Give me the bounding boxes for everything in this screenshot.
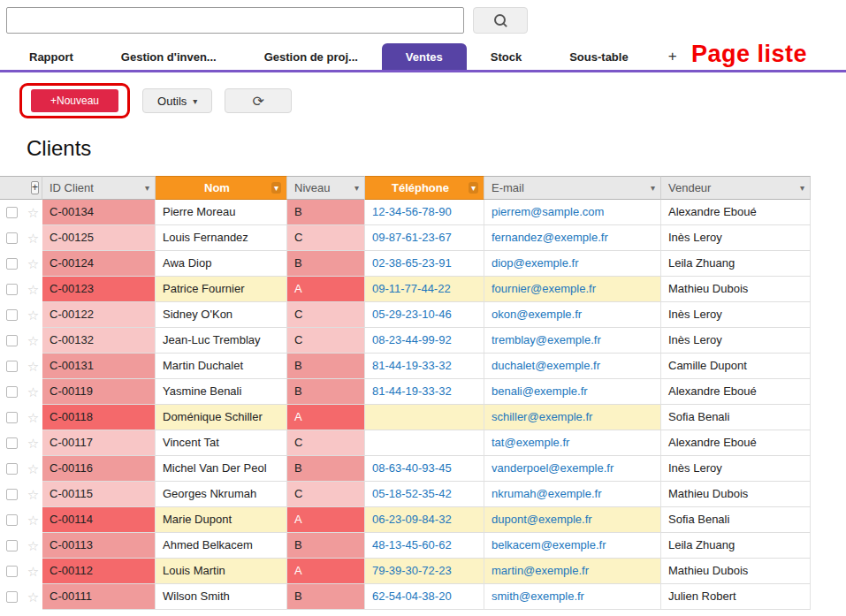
cell-nom[interactable]: Vincent Tat — [156, 430, 287, 456]
email-link[interactable]: belkacem@exemple.fr — [492, 538, 606, 551]
cell-vendeur[interactable]: Sofia Benali — [661, 507, 811, 533]
row-checkbox[interactable] — [6, 591, 18, 603]
cell-email[interactable]: pierrem@sample.com — [484, 200, 661, 225]
cell-email[interactable]: schiller@exemple.fr — [484, 405, 661, 430]
header-nom[interactable]: Nom ▾ — [156, 176, 287, 200]
cell-niveau[interactable]: B — [287, 354, 365, 379]
cell-nom[interactable]: Martin Duchalet — [156, 354, 287, 379]
tab-ventes[interactable]: Ventes — [382, 43, 467, 70]
cell-email[interactable]: tremblay@exemple.fr — [484, 328, 661, 354]
star-icon[interactable]: ☆ — [27, 252, 39, 277]
cell-vendeur[interactable]: Sofia Benali — [661, 405, 811, 430]
email-link[interactable]: duchalet@exemple.fr — [492, 359, 600, 372]
cell-email[interactable]: diop@exemple.fr — [484, 251, 661, 277]
tools-button[interactable]: Outils ▾ — [142, 88, 212, 113]
cell-telephone[interactable] — [365, 405, 484, 430]
email-link[interactable]: vanderpoel@exemple.fr — [492, 461, 614, 475]
cell-id-client[interactable]: C-00123 — [42, 277, 156, 302]
cell-email[interactable]: tat@exemple.fr — [484, 430, 661, 456]
phone-link[interactable]: 09-11-77-44-22 — [372, 282, 451, 295]
cell-vendeur[interactable]: Inès Leroy — [661, 328, 811, 354]
cell-niveau[interactable]: C — [287, 302, 365, 328]
cell-telephone[interactable]: 48-13-45-60-62 — [365, 533, 484, 559]
cell-id-client[interactable]: C-00113 — [42, 533, 156, 559]
header-email[interactable]: E-mail ▾ — [484, 176, 661, 200]
cell-telephone[interactable]: 09-11-77-44-22 — [365, 277, 484, 302]
phone-link[interactable]: 62-54-04-38-20 — [372, 589, 452, 603]
cell-niveau[interactable]: B — [287, 251, 365, 277]
cell-niveau[interactable]: B — [287, 379, 365, 405]
header-id-client[interactable]: ID Client ▾ — [42, 176, 156, 200]
cell-niveau[interactable]: C — [287, 482, 365, 507]
phone-link[interactable]: 48-13-45-60-62 — [372, 538, 452, 551]
phone-link[interactable]: 09-87-61-23-67 — [372, 231, 452, 244]
cell-email[interactable]: dupont@exemple.fr — [484, 507, 661, 533]
add-tab-button[interactable]: + — [652, 43, 693, 70]
cell-telephone[interactable]: 06-23-09-84-32 — [365, 507, 484, 533]
row-checkbox[interactable] — [6, 232, 18, 244]
cell-email[interactable]: vanderpoel@exemple.fr — [484, 456, 661, 482]
cell-niveau[interactable]: A — [287, 405, 365, 430]
star-icon[interactable]: ☆ — [27, 483, 39, 507]
star-icon[interactable]: ☆ — [27, 406, 39, 430]
cell-nom[interactable]: Louis Martin — [156, 559, 287, 584]
row-checkbox[interactable] — [6, 412, 18, 423]
cell-telephone[interactable]: 12-34-56-78-90 — [365, 200, 484, 225]
row-checkbox[interactable] — [6, 437, 18, 449]
cell-nom[interactable]: Doménique Schiller — [156, 405, 287, 430]
cell-email[interactable]: nkrumah@exemple.fr — [484, 482, 661, 507]
cell-vendeur[interactable]: Alexandre Eboué — [661, 200, 811, 225]
email-link[interactable]: smith@exemple.fr — [492, 589, 584, 603]
star-icon[interactable]: ☆ — [27, 508, 39, 533]
tab-gestion-de-proj[interactable]: Gestion de proj... — [240, 43, 382, 70]
cell-id-client[interactable]: C-00119 — [42, 379, 156, 405]
sort-caret-icon[interactable]: ▾ — [271, 182, 281, 194]
row-checkbox[interactable] — [6, 335, 18, 346]
star-icon[interactable]: ☆ — [27, 431, 39, 456]
cell-nom[interactable]: Patrice Fournier — [156, 277, 287, 302]
email-link[interactable]: schiller@exemple.fr — [492, 410, 592, 423]
cell-email[interactable]: smith@exemple.fr — [484, 584, 661, 610]
star-icon[interactable]: ☆ — [27, 534, 39, 559]
row-checkbox[interactable] — [6, 207, 18, 218]
phone-link[interactable]: 05-18-52-35-42 — [372, 487, 452, 500]
cell-id-client[interactable]: C-00116 — [42, 456, 156, 482]
refresh-button[interactable]: ⟳ — [225, 88, 292, 113]
star-icon[interactable]: ☆ — [27, 278, 39, 302]
cell-telephone[interactable]: 05-29-23-10-46 — [365, 302, 484, 328]
cell-id-client[interactable]: C-00132 — [42, 328, 156, 354]
email-link[interactable]: fournier@exemple.fr — [492, 282, 596, 295]
cell-niveau[interactable]: A — [287, 559, 365, 584]
row-checkbox[interactable] — [6, 566, 18, 577]
search-button[interactable] — [473, 7, 528, 34]
cell-id-client[interactable]: C-00122 — [42, 302, 156, 328]
cell-nom[interactable]: Pierre Moreau — [156, 200, 287, 225]
star-icon[interactable]: ☆ — [27, 559, 39, 584]
search-input[interactable] — [6, 7, 464, 34]
sort-caret-icon[interactable]: ▾ — [145, 183, 149, 193]
email-link[interactable]: diop@exemple.fr — [492, 256, 578, 270]
star-icon[interactable]: ☆ — [27, 303, 39, 328]
cell-niveau[interactable]: B — [287, 533, 365, 559]
star-icon[interactable]: ☆ — [27, 329, 39, 354]
cell-id-client[interactable]: C-00118 — [42, 405, 156, 430]
phone-link[interactable]: 02-38-65-23-91 — [372, 256, 452, 270]
cell-telephone[interactable]: 08-23-44-99-92 — [365, 328, 484, 354]
cell-vendeur[interactable]: Inès Leroy — [661, 302, 811, 328]
phone-link[interactable]: 08-23-44-99-92 — [372, 333, 452, 346]
cell-id-client[interactable]: C-00124 — [42, 251, 156, 277]
header-vendeur[interactable]: Vendeur ▾ — [661, 176, 811, 200]
cell-id-client[interactable]: C-00112 — [42, 559, 156, 584]
row-checkbox[interactable] — [6, 258, 18, 270]
cell-nom[interactable]: Yasmine Benali — [156, 379, 287, 405]
cell-vendeur[interactable]: Mathieu Dubois — [661, 482, 811, 507]
star-icon[interactable]: ☆ — [27, 585, 39, 610]
cell-id-client[interactable]: C-00125 — [42, 225, 156, 251]
tab-sous-table[interactable]: Sous-table — [545, 43, 652, 70]
cell-vendeur[interactable]: Julien Robert — [661, 584, 811, 610]
cell-id-client[interactable]: C-00134 — [42, 200, 156, 225]
cell-nom[interactable]: Michel Van Der Peol — [156, 456, 287, 482]
sort-caret-icon[interactable]: ▾ — [354, 183, 359, 193]
cell-telephone[interactable] — [365, 430, 484, 456]
cell-nom[interactable]: Wilson Smith — [156, 584, 287, 610]
